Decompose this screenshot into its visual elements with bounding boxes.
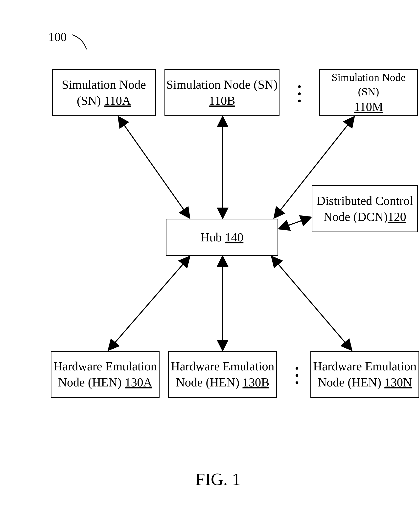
svg-line-2 [119, 117, 189, 217]
svg-line-6 [109, 257, 189, 350]
svg-line-8 [272, 257, 351, 350]
svg-line-5 [279, 217, 310, 229]
arrows-layer [0, 0, 419, 532]
svg-line-4 [275, 117, 354, 217]
